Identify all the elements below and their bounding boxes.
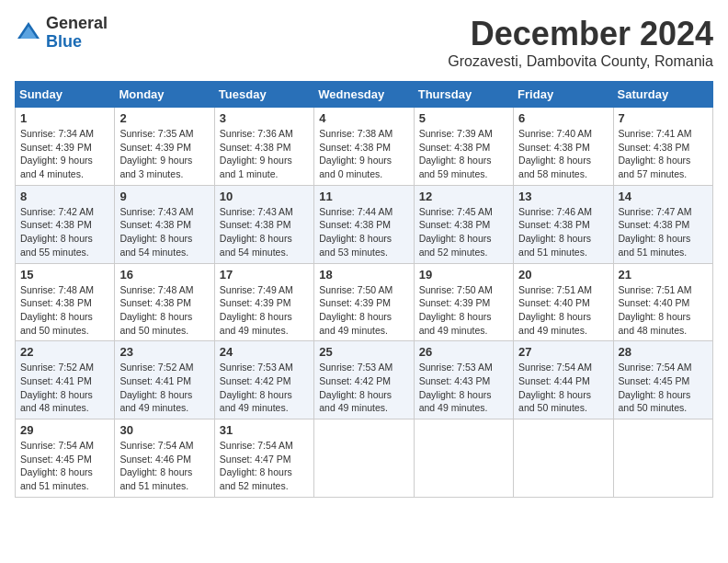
table-cell: 18Sunrise: 7:50 AM Sunset: 4:39 PM Dayli…: [314, 263, 414, 341]
col-saturday: Saturday: [613, 82, 712, 108]
day-info: Sunrise: 7:43 AM Sunset: 4:38 PM Dayligh…: [220, 205, 309, 259]
day-info: Sunrise: 7:51 AM Sunset: 4:40 PM Dayligh…: [619, 283, 708, 338]
day-number: 26: [419, 345, 508, 359]
table-cell: 20Sunrise: 7:51 AM Sunset: 4:40 PM Dayli…: [514, 263, 613, 341]
day-number: 29: [20, 423, 109, 437]
day-number: 24: [220, 345, 309, 359]
day-info: Sunrise: 7:40 AM Sunset: 4:38 PM Dayligh…: [518, 127, 608, 181]
day-info: Sunrise: 7:48 AM Sunset: 4:38 PM Dayligh…: [119, 283, 209, 338]
day-number: 15: [20, 268, 109, 282]
day-info: Sunrise: 7:53 AM Sunset: 4:43 PM Dayligh…: [419, 361, 508, 415]
day-info: Sunrise: 7:45 AM Sunset: 4:38 PM Dayligh…: [419, 205, 508, 259]
day-info: Sunrise: 7:41 AM Sunset: 4:38 PM Dayligh…: [619, 127, 708, 181]
day-info: Sunrise: 7:54 AM Sunset: 4:44 PM Dayligh…: [518, 361, 608, 415]
day-info: Sunrise: 7:34 AM Sunset: 4:39 PM Dayligh…: [20, 127, 109, 181]
page-header: General Blue December 2024 Grozavesti, D…: [15, 15, 713, 70]
day-number: 9: [119, 190, 209, 203]
day-number: 3: [220, 111, 309, 125]
day-info: Sunrise: 7:36 AM Sunset: 4:38 PM Dayligh…: [220, 127, 309, 181]
day-number: 16: [119, 268, 209, 282]
table-cell: 27Sunrise: 7:54 AM Sunset: 4:44 PM Dayli…: [514, 341, 613, 419]
calendar-week-2: 8Sunrise: 7:42 AM Sunset: 4:38 PM Daylig…: [16, 185, 713, 263]
table-cell: 6Sunrise: 7:40 AM Sunset: 4:38 PM Daylig…: [514, 108, 613, 186]
col-wednesday: Wednesday: [314, 82, 414, 108]
day-number: 1: [20, 111, 109, 125]
day-info: Sunrise: 7:54 AM Sunset: 4:46 PM Dayligh…: [119, 439, 209, 493]
col-friday: Friday: [514, 82, 613, 108]
calendar-week-1: 1Sunrise: 7:34 AM Sunset: 4:39 PM Daylig…: [16, 108, 713, 186]
table-cell: 10Sunrise: 7:43 AM Sunset: 4:38 PM Dayli…: [214, 185, 313, 263]
table-cell: 17Sunrise: 7:49 AM Sunset: 4:39 PM Dayli…: [214, 263, 313, 341]
day-info: Sunrise: 7:54 AM Sunset: 4:45 PM Dayligh…: [20, 439, 109, 493]
calendar-week-5: 29Sunrise: 7:54 AM Sunset: 4:45 PM Dayli…: [16, 419, 713, 498]
day-number: 21: [619, 268, 708, 282]
day-info: Sunrise: 7:52 AM Sunset: 4:41 PM Dayligh…: [119, 361, 209, 415]
day-info: Sunrise: 7:53 AM Sunset: 4:42 PM Dayligh…: [319, 361, 408, 415]
day-info: Sunrise: 7:52 AM Sunset: 4:41 PM Dayligh…: [20, 361, 109, 415]
col-tuesday: Tuesday: [214, 82, 313, 108]
table-cell: 7Sunrise: 7:41 AM Sunset: 4:38 PM Daylig…: [613, 108, 712, 186]
table-cell: 26Sunrise: 7:53 AM Sunset: 4:43 PM Dayli…: [414, 341, 513, 419]
table-cell: [613, 419, 712, 498]
day-number: 19: [419, 268, 508, 282]
day-info: Sunrise: 7:35 AM Sunset: 4:39 PM Dayligh…: [119, 127, 209, 181]
table-cell: 31Sunrise: 7:54 AM Sunset: 4:47 PM Dayli…: [214, 419, 313, 498]
logo: General Blue: [15, 15, 108, 52]
table-cell: 16Sunrise: 7:48 AM Sunset: 4:38 PM Dayli…: [115, 263, 214, 341]
table-cell: 9Sunrise: 7:43 AM Sunset: 4:38 PM Daylig…: [115, 185, 214, 263]
day-number: 12: [419, 190, 508, 203]
table-cell: 3Sunrise: 7:36 AM Sunset: 4:38 PM Daylig…: [214, 108, 313, 186]
day-number: 4: [319, 111, 408, 125]
table-cell: 28Sunrise: 7:54 AM Sunset: 4:45 PM Dayli…: [613, 341, 712, 419]
day-number: 25: [319, 345, 408, 359]
calendar-table: Sunday Monday Tuesday Wednesday Thursday…: [15, 81, 713, 498]
table-cell: 25Sunrise: 7:53 AM Sunset: 4:42 PM Dayli…: [314, 341, 414, 419]
table-cell: 29Sunrise: 7:54 AM Sunset: 4:45 PM Dayli…: [16, 419, 115, 498]
col-monday: Monday: [115, 82, 214, 108]
calendar-header-row: Sunday Monday Tuesday Wednesday Thursday…: [16, 82, 713, 108]
table-cell: 2Sunrise: 7:35 AM Sunset: 4:39 PM Daylig…: [115, 108, 214, 186]
day-number: 14: [619, 190, 708, 203]
day-number: 17: [220, 268, 309, 282]
day-info: Sunrise: 7:39 AM Sunset: 4:38 PM Dayligh…: [419, 127, 508, 181]
day-number: 23: [119, 345, 209, 359]
day-number: 2: [119, 111, 209, 125]
day-info: Sunrise: 7:38 AM Sunset: 4:38 PM Dayligh…: [319, 127, 408, 181]
title-block: December 2024 Grozavesti, Dambovita Coun…: [448, 15, 713, 70]
day-number: 11: [319, 190, 408, 203]
day-number: 20: [518, 268, 608, 282]
day-number: 18: [319, 268, 408, 282]
table-cell: 30Sunrise: 7:54 AM Sunset: 4:46 PM Dayli…: [115, 419, 214, 498]
day-info: Sunrise: 7:54 AM Sunset: 4:47 PM Dayligh…: [220, 439, 309, 493]
day-number: 31: [220, 423, 309, 437]
month-title: December 2024: [448, 15, 713, 53]
logo-general-text: General: [46, 15, 108, 33]
table-cell: 4Sunrise: 7:38 AM Sunset: 4:38 PM Daylig…: [314, 108, 414, 186]
day-info: Sunrise: 7:48 AM Sunset: 4:38 PM Dayligh…: [20, 283, 109, 338]
table-cell: [314, 419, 414, 498]
location-title: Grozavesti, Dambovita County, Romania: [448, 53, 713, 70]
table-cell: 24Sunrise: 7:53 AM Sunset: 4:42 PM Dayli…: [214, 341, 313, 419]
table-cell: 19Sunrise: 7:50 AM Sunset: 4:39 PM Dayli…: [414, 263, 513, 341]
day-number: 22: [20, 345, 109, 359]
col-thursday: Thursday: [414, 82, 513, 108]
col-sunday: Sunday: [16, 82, 115, 108]
calendar-week-4: 22Sunrise: 7:52 AM Sunset: 4:41 PM Dayli…: [16, 341, 713, 419]
day-number: 7: [619, 111, 708, 125]
logo-icon: [15, 19, 42, 47]
table-cell: 8Sunrise: 7:42 AM Sunset: 4:38 PM Daylig…: [16, 185, 115, 263]
logo-blue-text: Blue: [46, 33, 108, 52]
day-number: 8: [20, 190, 109, 203]
table-cell: 21Sunrise: 7:51 AM Sunset: 4:40 PM Dayli…: [613, 263, 712, 341]
day-info: Sunrise: 7:46 AM Sunset: 4:38 PM Dayligh…: [518, 205, 608, 259]
day-info: Sunrise: 7:42 AM Sunset: 4:38 PM Dayligh…: [20, 205, 109, 259]
day-info: Sunrise: 7:50 AM Sunset: 4:39 PM Dayligh…: [419, 283, 508, 338]
day-number: 28: [619, 345, 708, 359]
table-cell: 14Sunrise: 7:47 AM Sunset: 4:38 PM Dayli…: [613, 185, 712, 263]
day-number: 6: [518, 111, 608, 125]
table-cell: 12Sunrise: 7:45 AM Sunset: 4:38 PM Dayli…: [414, 185, 513, 263]
table-cell: [414, 419, 513, 498]
calendar-week-3: 15Sunrise: 7:48 AM Sunset: 4:38 PM Dayli…: [16, 263, 713, 341]
day-info: Sunrise: 7:43 AM Sunset: 4:38 PM Dayligh…: [119, 205, 209, 259]
table-cell: 5Sunrise: 7:39 AM Sunset: 4:38 PM Daylig…: [414, 108, 513, 186]
